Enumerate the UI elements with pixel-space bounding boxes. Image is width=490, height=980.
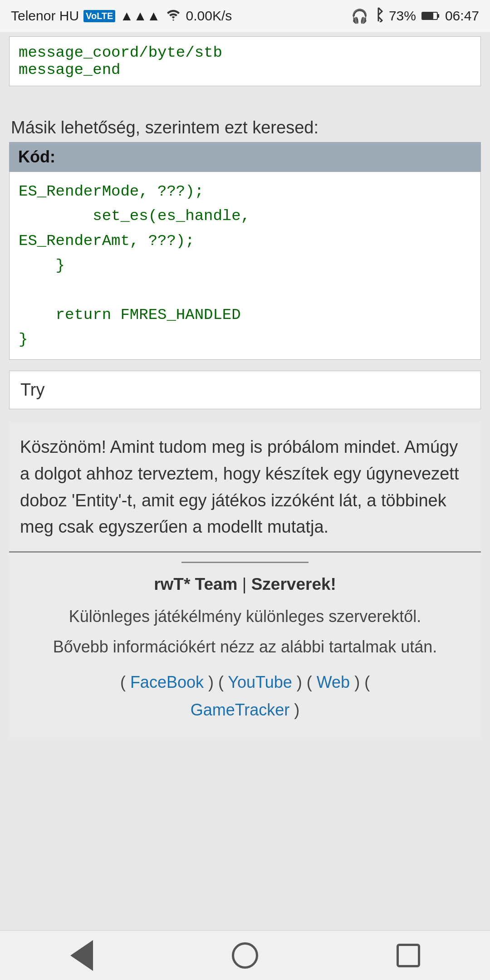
sig-team-bold: rwT* Team: [154, 575, 237, 593]
sig-links: ( FaceBook ) ( YouTube ) ( Web ) ( GameT…: [20, 668, 470, 724]
code-block: ES_RenderMode, ???); set_es(es_handle, E…: [9, 172, 481, 360]
top-code-line1: message_coord/byte/stb: [19, 44, 471, 61]
home-icon: [232, 942, 258, 969]
time-display: 06:47: [445, 8, 479, 24]
status-bar: Telenor HU VoLTE ▲▲▲ 0.00K/s 🎧 73% 06:47: [0, 0, 490, 32]
home-button[interactable]: [227, 937, 263, 974]
links-sep3: ) (: [350, 673, 370, 691]
youtube-link[interactable]: YouTube: [228, 673, 292, 691]
bluetooth-icon: [373, 7, 383, 25]
links-sep1: ) (: [204, 673, 228, 691]
signature-block: rwT* Team | Szerverek! Különleges játéké…: [9, 551, 481, 737]
links-suffix: ): [289, 701, 299, 719]
status-right: 🎧 73% 06:47: [351, 7, 479, 25]
recents-icon: [397, 944, 420, 967]
links-sep2: ) (: [292, 673, 317, 691]
code-header-label: Kód:: [18, 147, 55, 166]
code-header: Kód:: [9, 142, 481, 172]
back-icon: [70, 940, 93, 971]
top-code-box: message_coord/byte/stb message_end: [9, 36, 481, 86]
reply-text: Köszönöm! Amint tudom meg is próbálom mi…: [20, 437, 459, 537]
volte-badge: VoLTE: [83, 10, 115, 22]
alt-text: Másik lehetőség, szerintem ezt keresed:: [9, 118, 481, 137]
svg-rect-1: [437, 14, 439, 18]
reply-box: Köszönöm! Amint tudom meg is próbálom mi…: [9, 423, 481, 552]
code-content: ES_RenderMode, ???); set_es(es_handle, E…: [19, 183, 250, 348]
signature-divider: [181, 562, 309, 563]
recents-button[interactable]: [390, 937, 426, 974]
nav-bar: [0, 930, 490, 980]
sig-servers-bold: Szerverek!: [251, 575, 336, 593]
network-speed: 0.00K/s: [186, 8, 232, 24]
try-box: Try: [9, 371, 481, 409]
sig-desc1: Különleges játékélmény különleges szerve…: [20, 603, 470, 630]
facebook-link[interactable]: FaceBook: [130, 673, 204, 691]
battery-icon: [421, 11, 440, 21]
gametracker-link[interactable]: GameTracker: [191, 701, 290, 719]
signal-icon: ▲▲▲: [120, 8, 160, 24]
wifi-icon: [165, 8, 181, 24]
sig-desc2: Bővebb információkért nézz az alábbi tar…: [20, 633, 470, 661]
links-prefix: (: [120, 673, 130, 691]
sig-team: rwT* Team | Szerverek!: [20, 570, 470, 599]
svg-rect-2: [422, 13, 433, 19]
content-area: message_coord/byte/stb message_end Másik…: [0, 32, 490, 930]
battery-percent: 73%: [389, 8, 416, 24]
back-button[interactable]: [64, 937, 100, 974]
headphone-icon: 🎧: [351, 8, 368, 24]
status-left: Telenor HU VoLTE ▲▲▲ 0.00K/s: [11, 8, 232, 24]
top-code-line2: message_end: [19, 61, 471, 78]
carrier-name: Telenor HU: [11, 8, 79, 24]
web-link[interactable]: Web: [317, 673, 350, 691]
try-text: Try: [20, 380, 44, 399]
